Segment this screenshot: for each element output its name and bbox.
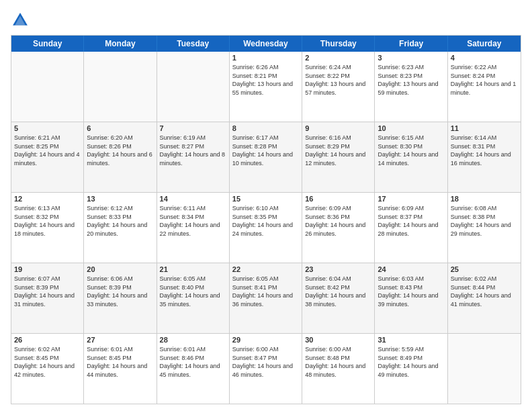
day-cell: 9Sunrise: 6:16 AMSunset: 8:29 PMDaylight… — [302, 122, 375, 192]
day-info: Sunrise: 6:23 AMSunset: 8:23 PMDaylight:… — [378, 63, 444, 97]
day-info: Sunrise: 6:22 AMSunset: 8:24 PMDaylight:… — [451, 63, 518, 97]
day-cell: 5Sunrise: 6:21 AMSunset: 8:25 PMDaylight… — [11, 122, 84, 192]
day-cell: 20Sunrise: 6:06 AMSunset: 8:39 PMDayligh… — [84, 263, 157, 333]
day-number: 15 — [232, 195, 299, 203]
day-number: 23 — [305, 265, 371, 273]
calendar-header: SundayMondayTuesdayWednesdayThursdayFrid… — [11, 36, 521, 52]
day-number: 16 — [305, 195, 371, 203]
day-number: 17 — [378, 195, 444, 203]
day-info: Sunrise: 6:24 AMSunset: 8:22 PMDaylight:… — [305, 63, 371, 97]
day-number: 6 — [87, 124, 153, 132]
day-number: 1 — [232, 54, 299, 62]
day-cell: 4Sunrise: 6:22 AMSunset: 8:24 PMDaylight… — [448, 52, 521, 122]
logo-icon — [11, 11, 30, 30]
day-number: 30 — [305, 336, 371, 344]
day-cell: 29Sunrise: 6:00 AMSunset: 8:47 PMDayligh… — [230, 334, 302, 404]
day-info: Sunrise: 6:02 AMSunset: 8:45 PMDaylight:… — [14, 345, 81, 379]
day-number: 29 — [232, 336, 299, 344]
day-cell: 16Sunrise: 6:09 AMSunset: 8:36 PMDayligh… — [302, 193, 375, 263]
day-number: 13 — [87, 195, 153, 203]
day-cell: 19Sunrise: 6:07 AMSunset: 8:39 PMDayligh… — [11, 263, 84, 333]
day-info: Sunrise: 6:09 AMSunset: 8:37 PMDaylight:… — [378, 204, 444, 238]
calendar-week: 5Sunrise: 6:21 AMSunset: 8:25 PMDaylight… — [11, 122, 521, 193]
day-info: Sunrise: 6:01 AMSunset: 8:46 PMDaylight:… — [160, 345, 226, 379]
day-cell: 27Sunrise: 6:01 AMSunset: 8:45 PMDayligh… — [84, 334, 157, 404]
day-of-week-header: Tuesday — [157, 36, 230, 52]
day-info: Sunrise: 6:01 AMSunset: 8:45 PMDaylight:… — [87, 345, 153, 379]
day-number: 20 — [87, 265, 153, 273]
day-info: Sunrise: 6:19 AMSunset: 8:27 PMDaylight:… — [160, 134, 226, 167]
day-cell: 15Sunrise: 6:10 AMSunset: 8:35 PMDayligh… — [230, 193, 302, 263]
day-info: Sunrise: 6:12 AMSunset: 8:33 PMDaylight:… — [87, 204, 153, 238]
day-cell: 10Sunrise: 6:15 AMSunset: 8:30 PMDayligh… — [375, 122, 447, 192]
day-info: Sunrise: 6:00 AMSunset: 8:47 PMDaylight:… — [232, 345, 299, 379]
day-number: 24 — [378, 265, 444, 273]
day-info: Sunrise: 6:10 AMSunset: 8:35 PMDaylight:… — [232, 204, 299, 238]
day-of-week-header: Wednesday — [230, 36, 302, 52]
day-number: 11 — [451, 124, 518, 132]
calendar-week: 19Sunrise: 6:07 AMSunset: 8:39 PMDayligh… — [11, 263, 521, 334]
day-of-week-header: Monday — [84, 36, 157, 52]
day-cell: 21Sunrise: 6:05 AMSunset: 8:40 PMDayligh… — [157, 263, 230, 333]
day-info: Sunrise: 6:16 AMSunset: 8:29 PMDaylight:… — [305, 134, 371, 167]
day-number: 5 — [14, 124, 81, 132]
day-number: 4 — [451, 54, 518, 62]
day-cell: 24Sunrise: 6:03 AMSunset: 8:43 PMDayligh… — [375, 263, 447, 333]
day-cell: 12Sunrise: 6:13 AMSunset: 8:32 PMDayligh… — [11, 193, 84, 263]
day-cell: 30Sunrise: 6:00 AMSunset: 8:48 PMDayligh… — [302, 334, 375, 404]
day-of-week-header: Saturday — [448, 36, 521, 52]
day-cell: 18Sunrise: 6:08 AMSunset: 8:38 PMDayligh… — [448, 193, 521, 263]
day-number: 2 — [305, 54, 371, 62]
day-info: Sunrise: 6:05 AMSunset: 8:41 PMDaylight:… — [232, 275, 299, 308]
day-number: 28 — [160, 336, 226, 344]
day-info: Sunrise: 6:07 AMSunset: 8:39 PMDaylight:… — [14, 275, 81, 308]
day-number: 31 — [378, 336, 444, 344]
day-number: 19 — [14, 265, 81, 273]
day-number: 25 — [451, 265, 518, 273]
calendar: SundayMondayTuesdayWednesdayThursdayFrid… — [11, 35, 521, 404]
day-number: 12 — [14, 195, 81, 203]
day-cell: 11Sunrise: 6:14 AMSunset: 8:31 PMDayligh… — [448, 122, 521, 192]
day-cell: 14Sunrise: 6:11 AMSunset: 8:34 PMDayligh… — [157, 193, 230, 263]
day-number: 10 — [378, 124, 444, 132]
header — [11, 11, 521, 30]
day-cell: 25Sunrise: 6:02 AMSunset: 8:44 PMDayligh… — [448, 263, 521, 333]
empty-cell — [11, 52, 84, 122]
day-cell: 28Sunrise: 6:01 AMSunset: 8:46 PMDayligh… — [157, 334, 230, 404]
day-number: 18 — [451, 195, 518, 203]
day-info: Sunrise: 6:04 AMSunset: 8:42 PMDaylight:… — [305, 275, 371, 308]
empty-cell — [84, 52, 157, 122]
day-number: 8 — [232, 124, 299, 132]
day-cell: 13Sunrise: 6:12 AMSunset: 8:33 PMDayligh… — [84, 193, 157, 263]
day-info: Sunrise: 6:17 AMSunset: 8:28 PMDaylight:… — [232, 134, 299, 167]
day-info: Sunrise: 6:14 AMSunset: 8:31 PMDaylight:… — [451, 134, 518, 167]
day-info: Sunrise: 6:09 AMSunset: 8:36 PMDaylight:… — [305, 204, 371, 238]
day-number: 7 — [160, 124, 226, 132]
day-number: 26 — [14, 336, 81, 344]
day-info: Sunrise: 6:05 AMSunset: 8:40 PMDaylight:… — [160, 275, 226, 308]
day-info: Sunrise: 6:08 AMSunset: 8:38 PMDaylight:… — [451, 204, 518, 238]
day-info: Sunrise: 6:03 AMSunset: 8:43 PMDaylight:… — [378, 275, 444, 308]
day-cell: 17Sunrise: 6:09 AMSunset: 8:37 PMDayligh… — [375, 193, 447, 263]
day-info: Sunrise: 6:02 AMSunset: 8:44 PMDaylight:… — [451, 275, 518, 308]
day-cell: 2Sunrise: 6:24 AMSunset: 8:22 PMDaylight… — [302, 52, 375, 122]
day-of-week-header: Sunday — [11, 36, 84, 52]
day-info: Sunrise: 6:06 AMSunset: 8:39 PMDaylight:… — [87, 275, 153, 308]
day-number: 14 — [160, 195, 226, 203]
day-cell: 23Sunrise: 6:04 AMSunset: 8:42 PMDayligh… — [302, 263, 375, 333]
day-cell: 1Sunrise: 6:26 AMSunset: 8:21 PMDaylight… — [230, 52, 302, 122]
day-of-week-header: Thursday — [302, 36, 375, 52]
day-info: Sunrise: 6:13 AMSunset: 8:32 PMDaylight:… — [14, 204, 81, 238]
day-info: Sunrise: 6:20 AMSunset: 8:26 PMDaylight:… — [87, 134, 153, 167]
day-cell: 31Sunrise: 5:59 AMSunset: 8:49 PMDayligh… — [375, 334, 447, 404]
day-of-week-header: Friday — [375, 36, 447, 52]
day-info: Sunrise: 6:15 AMSunset: 8:30 PMDaylight:… — [378, 134, 444, 167]
day-cell: 26Sunrise: 6:02 AMSunset: 8:45 PMDayligh… — [11, 334, 84, 404]
empty-cell — [157, 52, 230, 122]
day-info: Sunrise: 6:21 AMSunset: 8:25 PMDaylight:… — [14, 134, 81, 167]
empty-cell — [448, 334, 521, 404]
calendar-week: 1Sunrise: 6:26 AMSunset: 8:21 PMDaylight… — [11, 52, 521, 122]
day-cell: 8Sunrise: 6:17 AMSunset: 8:28 PMDaylight… — [230, 122, 302, 192]
day-number: 3 — [378, 54, 444, 62]
day-info: Sunrise: 6:00 AMSunset: 8:48 PMDaylight:… — [305, 345, 371, 379]
